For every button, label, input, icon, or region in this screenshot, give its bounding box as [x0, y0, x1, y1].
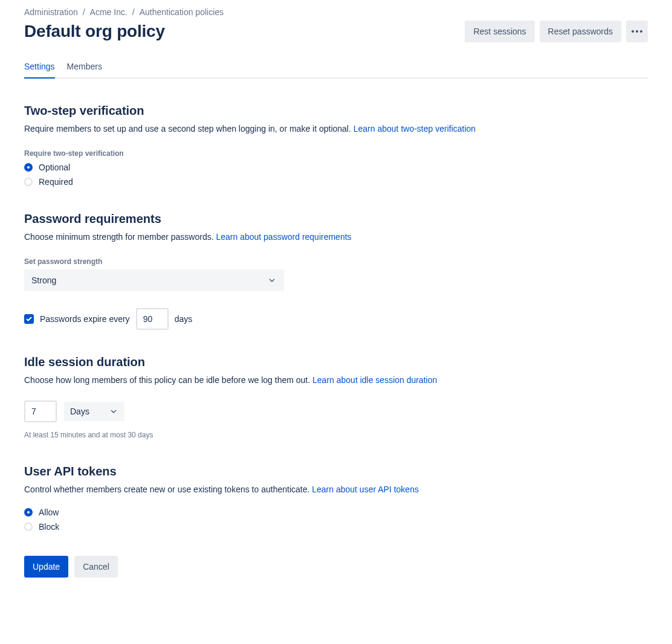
rest-sessions-button[interactable]: Rest sessions — [465, 21, 534, 42]
more-icon — [632, 30, 642, 33]
password-learn-link[interactable]: Learn about password requirements — [216, 232, 351, 242]
header-actions: Rest sessions Reset passwords — [465, 21, 648, 42]
page-title: Default org policy — [24, 22, 165, 41]
two-step-learn-link[interactable]: Learn about two-step verification — [354, 124, 476, 134]
password-expire-pre: Passwords expire every — [40, 314, 130, 324]
chevron-down-icon — [109, 407, 118, 416]
radio-required[interactable]: Required — [24, 177, 648, 187]
radio-allow[interactable]: Allow — [24, 507, 648, 517]
two-step-radio-group: Optional Required — [24, 163, 648, 187]
radio-required-label: Required — [39, 177, 73, 187]
two-step-desc: Require members to set up and use a seco… — [24, 123, 648, 135]
tokens-learn-link[interactable]: Learn about user API tokens — [312, 485, 419, 494]
idle-unit-select[interactable]: Days — [64, 402, 124, 421]
breadcrumb-auth-policies[interactable]: Authentication policies — [140, 7, 224, 17]
section-two-step: Two-step verification Require members to… — [24, 104, 648, 187]
chevron-down-icon — [267, 275, 277, 285]
more-actions-button[interactable] — [626, 21, 648, 42]
breadcrumb: Administration / Acme Inc. / Authenticat… — [24, 7, 648, 17]
radio-optional[interactable]: Optional — [24, 163, 648, 172]
idle-unit-value: Days — [70, 407, 89, 416]
password-expire-row: Passwords expire every days — [24, 308, 648, 330]
password-strength-value: Strong — [31, 275, 56, 285]
idle-value-input[interactable] — [24, 401, 57, 422]
radio-allow-label: Allow — [39, 507, 59, 517]
password-expire-post: days — [175, 314, 193, 324]
breadcrumb-administration[interactable]: Administration — [24, 7, 78, 17]
header-row: Default org policy Rest sessions Reset p… — [24, 21, 648, 42]
check-icon — [25, 315, 33, 323]
idle-learn-link[interactable]: Learn about idle session duration — [312, 375, 437, 385]
section-tokens: User API tokens Control whether members … — [24, 465, 648, 532]
idle-heading: Idle session duration — [24, 355, 648, 369]
radio-icon — [24, 163, 33, 172]
idle-desc: Choose how long members of this policy c… — [24, 374, 648, 386]
password-desc-text: Choose minimum strength for member passw… — [24, 232, 216, 242]
password-desc: Choose minimum strength for member passw… — [24, 231, 648, 243]
password-heading: Password requirements — [24, 212, 648, 226]
footer-actions: Update Cancel — [24, 556, 648, 578]
update-button[interactable]: Update — [24, 556, 68, 578]
tokens-desc: Control whether members create new or us… — [24, 483, 648, 495]
idle-desc-text: Choose how long members of this policy c… — [24, 375, 312, 385]
radio-icon — [24, 523, 33, 531]
section-password: Password requirements Choose minimum str… — [24, 212, 648, 330]
reset-passwords-button[interactable]: Reset passwords — [540, 21, 621, 42]
section-idle: Idle session duration Choose how long me… — [24, 355, 648, 439]
password-strength-label: Set password strength — [24, 257, 648, 266]
tokens-heading: User API tokens — [24, 465, 648, 478]
idle-help-text: At least 15 minutes and at most 30 days — [24, 431, 648, 439]
two-step-heading: Two-step verification — [24, 104, 648, 118]
radio-block[interactable]: Block — [24, 522, 648, 532]
breadcrumb-separator: / — [83, 7, 85, 17]
breadcrumb-separator: / — [132, 7, 135, 17]
password-strength-select[interactable]: Strong — [24, 269, 284, 291]
radio-icon — [24, 508, 33, 517]
tokens-radio-group: Allow Block — [24, 507, 648, 532]
breadcrumb-acme[interactable]: Acme Inc. — [90, 7, 128, 17]
idle-controls: Days — [24, 401, 648, 422]
tab-members[interactable]: Members — [67, 57, 102, 77]
radio-icon — [24, 178, 33, 186]
two-step-group-label: Require two-step verification — [24, 149, 648, 158]
tabs: Settings Members — [24, 57, 648, 79]
two-step-desc-text: Require members to set up and use a seco… — [24, 124, 354, 134]
tab-settings[interactable]: Settings — [24, 57, 55, 77]
password-expire-input[interactable] — [136, 308, 169, 330]
cancel-button[interactable]: Cancel — [74, 556, 118, 578]
radio-optional-label: Optional — [39, 163, 70, 172]
tokens-desc-text: Control whether members create new or us… — [24, 485, 312, 494]
password-expire-checkbox[interactable] — [24, 314, 34, 324]
radio-block-label: Block — [39, 522, 59, 532]
